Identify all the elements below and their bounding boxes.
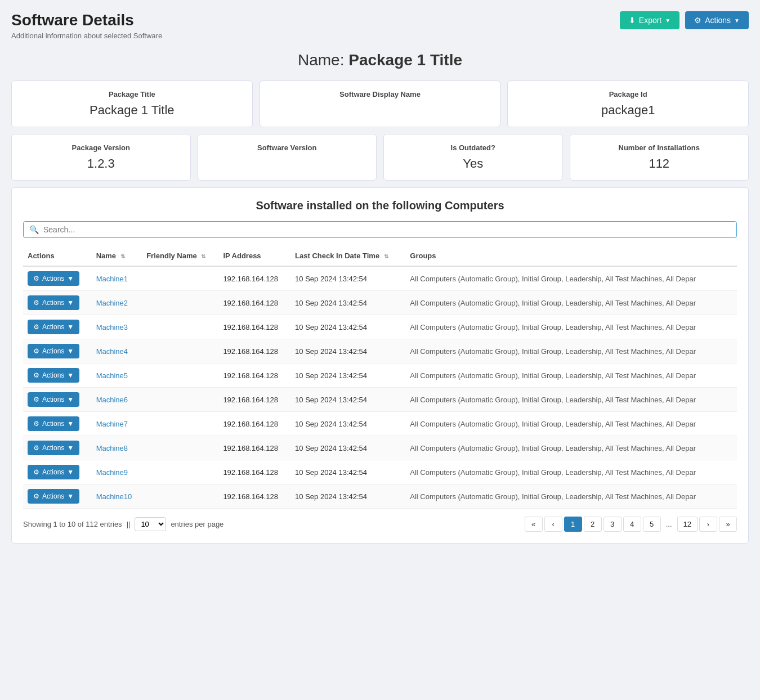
- page-title: Software Details: [11, 11, 162, 29]
- row-actions-button[interactable]: ⚙ Actions ▼: [28, 489, 79, 504]
- export-label: Export: [639, 16, 661, 25]
- name-banner: Name: Package 1 Title: [11, 51, 749, 69]
- software-name: Package 1 Title: [348, 51, 462, 69]
- row-friendly-name-cell: [142, 339, 218, 364]
- row-name-cell: Machine5: [92, 364, 142, 388]
- row-actions-button[interactable]: ⚙ Actions ▼: [28, 344, 79, 358]
- machine-link[interactable]: Machine4: [96, 347, 128, 356]
- row-ip-address-cell: 192.168.164.128: [218, 436, 290, 460]
- row-groups-text: All Computers (Automatic Group), Initial…: [410, 275, 725, 283]
- row-actions-cell: ⚙ Actions ▼: [23, 364, 92, 388]
- table-row: ⚙ Actions ▼ Machine1 192.168.164.128 10 …: [23, 266, 737, 291]
- row-ip-address-cell: 192.168.164.128: [218, 266, 290, 291]
- row-gear-icon: ⚙: [33, 299, 39, 307]
- machine-link[interactable]: Machine8: [96, 444, 128, 452]
- row-last-checkin-cell: 10 Sep 2024 13:42:54: [290, 266, 405, 291]
- row-friendly-name-cell: [142, 436, 218, 460]
- row-actions-label: Actions: [42, 468, 64, 476]
- row-name-cell: Machine7: [92, 412, 142, 436]
- machine-link[interactable]: Machine6: [96, 396, 128, 404]
- page-3-button[interactable]: 3: [603, 517, 622, 532]
- actions-header-label: Actions: [705, 16, 731, 25]
- machine-link[interactable]: Machine10: [96, 492, 132, 501]
- row-ip-address-cell: 192.168.164.128: [218, 339, 290, 364]
- card-package-id: Package Id package1: [507, 80, 749, 127]
- row-actions-label: Actions: [42, 371, 64, 379]
- table-row: ⚙ Actions ▼ Machine4 192.168.164.128 10 …: [23, 339, 737, 364]
- page-12-button[interactable]: 12: [677, 517, 698, 532]
- row-actions-label: Actions: [42, 444, 64, 452]
- card-num-installations: Number of Installations 112: [570, 134, 749, 181]
- row-actions-button[interactable]: ⚙ Actions ▼: [28, 416, 79, 431]
- row-last-checkin-cell: 10 Sep 2024 13:42:54: [290, 388, 405, 412]
- entries-per-page-label: entries per page: [171, 520, 223, 528]
- row-caret-icon: ▼: [67, 420, 74, 428]
- row-groups-cell: All Computers (Automatic Group), Initial…: [405, 436, 737, 460]
- card-package-version-label: Package Version: [23, 143, 179, 152]
- entries-per-page-select[interactable]: 10 25 50 100: [135, 517, 166, 531]
- card-software-display-name-value: [271, 103, 489, 118]
- row-last-checkin-cell: 10 Sep 2024 13:42:54: [290, 436, 405, 460]
- row-actions-cell: ⚙ Actions ▼: [23, 412, 92, 436]
- machine-link[interactable]: Machine1: [96, 275, 128, 283]
- machine-link[interactable]: Machine7: [96, 420, 128, 428]
- col-groups: Groups: [405, 246, 737, 266]
- sort-checkin-icon[interactable]: ⇅: [384, 253, 388, 259]
- table-row: ⚙ Actions ▼ Machine3 192.168.164.128 10 …: [23, 315, 737, 339]
- info-cards-row1: Package Title Package 1 Title Software D…: [11, 80, 749, 127]
- card-software-display-name-label: Software Display Name: [271, 90, 489, 98]
- header-actions: ⬇ Export ▼ ⚙ Actions ▼: [620, 11, 749, 29]
- pagination-controls: « ‹ 1 2 3 4 5 ... 12 › »: [525, 517, 737, 532]
- row-groups-text: All Computers (Automatic Group), Initial…: [410, 444, 725, 452]
- row-groups-text: All Computers (Automatic Group), Initial…: [410, 420, 725, 428]
- sort-friendly-icon[interactable]: ⇅: [201, 253, 205, 259]
- row-last-checkin-cell: 10 Sep 2024 13:42:54: [290, 364, 405, 388]
- row-actions-button[interactable]: ⚙ Actions ▼: [28, 295, 79, 310]
- row-last-checkin-cell: 10 Sep 2024 13:42:54: [290, 339, 405, 364]
- page-4-button[interactable]: 4: [623, 517, 641, 532]
- page-header: Software Details Additional information …: [11, 11, 749, 40]
- header-actions-button[interactable]: ⚙ Actions ▼: [685, 11, 749, 29]
- card-num-installations-label: Number of Installations: [582, 143, 737, 152]
- row-actions-button[interactable]: ⚙ Actions ▼: [28, 368, 79, 383]
- row-groups-text: All Computers (Automatic Group), Initial…: [410, 396, 725, 404]
- card-is-outdated-label: Is Outdated?: [395, 143, 551, 152]
- row-groups-cell: All Computers (Automatic Group), Initial…: [405, 388, 737, 412]
- page-last-button[interactable]: »: [719, 517, 737, 532]
- row-actions-button[interactable]: ⚙ Actions ▼: [28, 320, 79, 334]
- computers-table: Actions Name ⇅ Friendly Name ⇅ IP Addres…: [23, 246, 737, 509]
- machine-link[interactable]: Machine5: [96, 371, 128, 380]
- card-software-display-name: Software Display Name: [260, 80, 501, 127]
- page-5-button[interactable]: 5: [643, 517, 661, 532]
- title-block: Software Details Additional information …: [11, 11, 162, 40]
- row-actions-label: Actions: [42, 275, 64, 282]
- page-prev-button[interactable]: ‹: [544, 517, 562, 532]
- row-caret-icon: ▼: [67, 492, 74, 500]
- sort-name-icon[interactable]: ⇅: [120, 253, 125, 259]
- page-first-button[interactable]: «: [525, 517, 543, 532]
- page-1-button[interactable]: 1: [564, 517, 582, 532]
- row-actions-button[interactable]: ⚙ Actions ▼: [28, 441, 79, 455]
- search-input[interactable]: [43, 225, 731, 234]
- row-name-cell: Machine3: [92, 315, 142, 339]
- table-row: ⚙ Actions ▼ Machine7 192.168.164.128 10 …: [23, 412, 737, 436]
- row-actions-cell: ⚙ Actions ▼: [23, 266, 92, 291]
- page-2-button[interactable]: 2: [584, 517, 602, 532]
- row-caret-icon: ▼: [67, 396, 74, 403]
- row-actions-button[interactable]: ⚙ Actions ▼: [28, 271, 79, 286]
- card-package-title: Package Title Package 1 Title: [11, 80, 253, 127]
- row-ip-address-cell: 192.168.164.128: [218, 484, 290, 509]
- row-actions-label: Actions: [42, 347, 64, 355]
- machine-link[interactable]: Machine3: [96, 323, 128, 331]
- row-actions-button[interactable]: ⚙ Actions ▼: [28, 392, 79, 407]
- row-actions-button[interactable]: ⚙ Actions ▼: [28, 465, 79, 479]
- row-actions-label: Actions: [42, 299, 64, 307]
- machine-link[interactable]: Machine2: [96, 299, 128, 307]
- page-next-button[interactable]: ›: [699, 517, 717, 532]
- col-friendly-name: Friendly Name ⇅: [142, 246, 218, 266]
- page-ellipsis: ...: [663, 517, 676, 531]
- export-button[interactable]: ⬇ Export ▼: [620, 11, 679, 29]
- row-ip-address-cell: 192.168.164.128: [218, 412, 290, 436]
- search-wrapper: 🔍: [23, 221, 737, 238]
- machine-link[interactable]: Machine9: [96, 468, 128, 477]
